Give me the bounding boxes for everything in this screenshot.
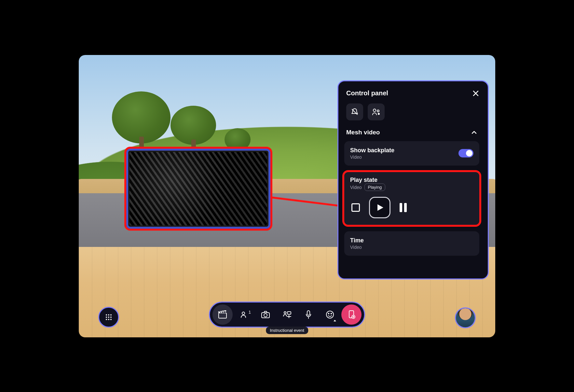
chevron-up-icon xyxy=(471,129,477,136)
mesh-video-screen[interactable] xyxy=(124,147,272,231)
pause-button[interactable] xyxy=(400,203,407,212)
svg-point-23 xyxy=(110,319,112,320)
svg-point-15 xyxy=(106,314,107,316)
panel-icon-row xyxy=(338,103,488,126)
participant-count: 1 xyxy=(249,310,251,315)
svg-point-7 xyxy=(284,312,286,314)
svg-point-19 xyxy=(108,317,109,318)
pause-icon xyxy=(404,203,407,212)
notifications-button[interactable] xyxy=(346,103,363,120)
backplate-text: Show backplate Video xyxy=(350,147,394,160)
section-title: Mesh video xyxy=(346,129,380,136)
bottom-dock: 1 xyxy=(209,302,365,328)
time-title: Time xyxy=(350,237,473,244)
tree-foliage xyxy=(112,91,171,143)
pause-icon xyxy=(400,203,402,212)
svg-point-11 xyxy=(328,313,329,314)
svg-rect-3 xyxy=(219,313,226,318)
participants-dock-button[interactable]: 1 xyxy=(234,304,254,325)
bell-icon xyxy=(351,108,359,116)
backplate-toggle[interactable] xyxy=(458,149,473,157)
mic-icon xyxy=(305,310,312,319)
app-viewport: Control panel Mesh video xyxy=(75,52,499,341)
screen-share-button[interactable] xyxy=(277,304,297,325)
present-icon xyxy=(282,311,292,318)
play-state-title: Play state xyxy=(350,177,473,183)
scene-3d: Control panel Mesh video xyxy=(79,55,495,337)
svg-rect-8 xyxy=(287,312,291,314)
app-launcher-button[interactable] xyxy=(98,307,119,328)
backplate-title: Show backplate xyxy=(350,147,394,154)
smile-icon xyxy=(326,310,334,319)
svg-point-18 xyxy=(106,317,107,318)
time-sub: Video xyxy=(350,245,473,250)
leave-button[interactable] xyxy=(341,304,362,325)
svg-point-20 xyxy=(110,317,112,318)
camera-dock-button[interactable] xyxy=(255,304,276,325)
mic-button[interactable] xyxy=(298,304,319,325)
play-state-sub: Video xyxy=(350,185,362,190)
panel-body[interactable]: Mesh video Show backplate Video Play sta… xyxy=(338,126,488,277)
svg-point-17 xyxy=(110,314,112,316)
play-state-card: Play state Video Playing xyxy=(342,170,481,227)
play-state-status-chip: Playing xyxy=(364,183,386,191)
svg-point-2 xyxy=(378,113,380,115)
avatar xyxy=(456,308,475,327)
svg-point-10 xyxy=(326,311,334,318)
section-mesh-video-header[interactable]: Mesh video xyxy=(338,126,485,141)
panel-title: Control panel xyxy=(346,89,388,97)
stop-button[interactable] xyxy=(351,203,360,212)
svg-point-0 xyxy=(373,109,376,112)
clapper-button[interactable] xyxy=(212,304,233,325)
backplate-sub: Video xyxy=(350,155,394,160)
svg-point-12 xyxy=(331,313,332,314)
play-state-text: Play state Video Playing xyxy=(350,177,473,191)
exit-icon xyxy=(348,310,355,319)
time-card[interactable]: Time Video xyxy=(344,231,479,256)
person-icon xyxy=(240,311,248,318)
chevron-up-icon xyxy=(334,320,336,321)
show-backplate-card: Show backplate Video xyxy=(344,141,479,166)
profile-avatar-button[interactable] xyxy=(455,307,476,328)
svg-point-1 xyxy=(377,110,379,112)
svg-point-22 xyxy=(108,319,109,320)
reactions-button[interactable] xyxy=(320,304,340,325)
tree-foliage xyxy=(171,106,216,145)
svg-point-6 xyxy=(264,314,267,317)
svg-point-16 xyxy=(108,314,109,316)
play-icon xyxy=(377,204,384,211)
dock-tooltip: Instructional event xyxy=(266,327,308,334)
panel-header: Control panel xyxy=(338,89,488,103)
play-controls xyxy=(350,197,473,218)
people-icon xyxy=(372,108,380,116)
camera-icon xyxy=(261,311,270,318)
close-icon xyxy=(472,90,479,97)
close-button[interactable] xyxy=(472,89,480,98)
play-button[interactable] xyxy=(369,197,390,218)
control-panel: Control panel Mesh video xyxy=(337,80,489,279)
grid-icon xyxy=(105,313,113,321)
participants-button[interactable] xyxy=(368,103,385,120)
svg-rect-9 xyxy=(307,311,310,315)
svg-point-4 xyxy=(242,312,245,315)
svg-point-21 xyxy=(106,319,107,320)
clapper-icon xyxy=(218,310,227,319)
